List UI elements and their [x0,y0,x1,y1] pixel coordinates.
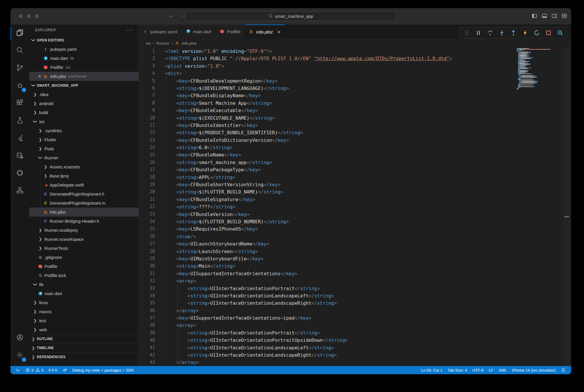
tree-item-android[interactable]: ❯android [29,99,138,108]
close-editor-icon[interactable]: ✕ [37,74,43,79]
tree-item-ios[interactable]: ❯ios [29,117,138,126]
minimize-window-button[interactable] [27,14,31,18]
tree-item-pods[interactable]: ❯Pods [29,144,138,153]
customize-layout-icon[interactable] [562,13,567,19]
close-window-button[interactable] [19,14,22,18]
pause-icon[interactable] [475,30,481,36]
tree-item-appdelegate-swift[interactable]: AppDelegate.swift [29,180,138,189]
flutter-inspector-icon[interactable] [557,30,563,36]
breadcrumb-item[interactable]: Info.plist [182,41,196,46]
activity-bar-item-dart-devtools[interactable] [11,147,29,165]
remote-indicator[interactable] [13,368,23,372]
activity-bar-item-remote-explorer[interactable] [11,182,29,200]
tab-podfile[interactable]: Podfile [216,25,245,39]
tree-item-runner-bridging-header-h[interactable]: CRunner-Bridging-Header.h [29,217,138,226]
tree-item--idea[interactable]: ❯.idea [29,90,138,99]
open-editor-item[interactable]: ✕Info.plistios/Runner [29,72,138,81]
tab-main-dart[interactable]: main.dart [182,25,216,39]
tree-item-build[interactable]: ❯build [29,108,138,117]
status-item[interactable]: UTF-8 [470,368,486,372]
activity-bar-item-explorer[interactable] [11,25,29,42]
status-item[interactable]: Debug my code + packages + SDK [70,368,137,372]
code-line-15: 15 <key>CFBundleName</key> [139,151,571,158]
tree-item-base-lproj[interactable]: ❯Base.lproj [29,171,138,180]
tree-item-info-plist[interactable]: Info.plist [29,208,138,217]
step-into-icon[interactable] [499,30,505,36]
tree-item-main-dart[interactable]: main.dart [29,289,138,298]
stop-icon[interactable] [545,30,552,36]
status-item[interactable]: iPhone 14 (ios simulator) [510,368,558,372]
tree-item-macos[interactable]: ❯macos [29,307,138,316]
tree-item-flutter[interactable]: ❯Flutter [29,135,138,144]
tab-pubspec-yaml[interactable]: !pubspec.yaml [139,25,182,39]
search-icon [268,14,273,19]
notifications-bell[interactable] [558,368,568,372]
step-out-icon[interactable] [510,30,517,36]
status-item[interactable]: LF [486,368,496,372]
minimap[interactable] [517,48,554,90]
forwarded-ports[interactable]: 0 [46,368,60,372]
tree-item-label: Pods [44,147,54,151]
open-editor-item[interactable]: Podfileios [29,63,138,72]
tree-item-lib[interactable]: ❯lib [29,280,138,289]
tree-item-runner-xcodeproj[interactable]: ❯Runner.xcodeproj [29,226,138,235]
tree-item-assets-xcassets[interactable]: ❯Assets.xcassets [29,162,138,171]
zoom-window-button[interactable] [35,14,39,18]
activity-bar-item-run-debug[interactable]: 1 [11,77,29,95]
navigate-forward-button[interactable]: → [180,12,186,19]
sidebar-section-timeline[interactable]: ❯TIMELINE [29,343,138,352]
toggle-panel-icon[interactable] [542,13,547,19]
sidebar-section-outline[interactable]: ❯OUTLINE [29,334,138,343]
project-root-header[interactable]: ❯ SMART_MACHINE_APP [29,81,138,90]
debug-status-icon[interactable] [60,368,70,372]
open-editor-label: Info.plist [50,74,66,79]
open-editor-item[interactable]: main.dartlib [29,54,138,63]
chevron-right-icon: ❯ [38,237,43,241]
hot-reload-bolt-icon[interactable] [522,30,528,36]
code-line-13: 13 <key>CFBundleInfoDictionaryVersion</k… [139,137,571,144]
toggle-secondary-sidebar-icon[interactable] [552,13,557,19]
views-and-more-actions-button[interactable]: ··· [127,27,133,33]
open-editor-item[interactable]: !pubspec.yaml [29,45,138,54]
warning-icon [35,368,40,372]
tree-item--gitignore[interactable]: .gitignore [29,253,138,262]
tree-item-podfile-lock[interactable]: Podfile.lock [29,271,138,280]
grip-icon[interactable] [464,30,470,36]
tree-item-runnertests[interactable]: ❯RunnerTests [29,244,138,253]
activity-bar-item-testing[interactable] [11,112,29,130]
tab-info-plist[interactable]: Info.plist✕ [245,25,285,39]
activity-bar-item-accounts[interactable] [11,329,29,347]
tree-item-runner[interactable]: ❯Runner [29,153,138,162]
status-item[interactable]: Tab Size: 4 [445,368,470,372]
activity-bar-item-github[interactable] [11,165,29,182]
scrollbar[interactable] [564,48,570,366]
tree-item-test[interactable]: ❯test [29,316,138,325]
line-number: 6 [139,85,155,92]
activity-bar-item-extensions[interactable] [11,95,29,112]
activity-bar-item-source-control[interactable] [11,60,29,77]
navigate-back-button[interactable]: ← [168,12,174,19]
toggle-primary-sidebar-icon[interactable] [532,13,537,19]
tree-item-generatedpluginregistrant-h[interactable]: CGeneratedPluginRegistrant.h [29,189,138,198]
tree-item-linux[interactable]: ❯linux [29,298,138,307]
open-editors-header[interactable]: ❯ OPEN EDITORS [29,36,138,45]
command-center-search[interactable]: smart_machine_app [186,11,396,21]
code-editor[interactable]: 1<?xml version="1.0" encoding="UTF-8"?>2… [139,48,571,366]
status-item[interactable]: XML [496,368,510,372]
breadcrumb-item[interactable]: Runner [156,41,169,46]
tree-item-generatedpluginregistrant-m[interactable]: CGeneratedPluginRegistrant.m [29,198,138,208]
sidebar-section-dependencies[interactable]: ❯DEPENDENCIES [29,352,138,361]
restart-icon[interactable] [534,30,540,36]
activity-bar-item-settings[interactable]: 1 [11,347,29,364]
activity-bar-item-search[interactable] [11,42,29,60]
tree-item--symlinks[interactable]: ❯.symlinks [29,126,138,135]
step-over-icon[interactable] [487,30,493,36]
problems-errors[interactable]: 00 [23,368,46,372]
close-tab-icon[interactable]: ✕ [277,30,281,34]
tree-item-podfile[interactable]: Podfile [29,262,138,271]
activity-bar-item-flutter[interactable] [11,130,29,147]
breadcrumb-item[interactable]: ios [146,41,151,46]
tree-item-web[interactable]: ❯web [29,325,138,334]
tree-item-runner-xcworkspace[interactable]: ❯Runner.xcworkspace [29,235,138,244]
status-item[interactable]: Ln 50, Col 1 [418,368,445,372]
